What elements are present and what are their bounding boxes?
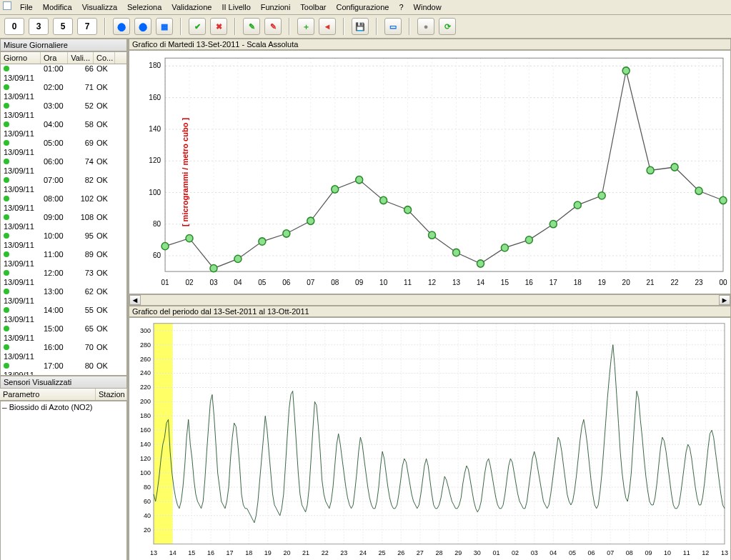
svg-point-68: [283, 230, 290, 237]
col-vali[interactable]: Vali...: [68, 52, 94, 64]
svg-point-80: [574, 201, 581, 209]
table-row[interactable]: 13/09/1104:0058OK: [1, 120, 126, 139]
svg-text:100: 100: [149, 188, 161, 196]
calendar-0-button[interactable]: 0: [4, 18, 24, 35]
col-ora[interactable]: Ora: [41, 52, 68, 64]
table-row[interactable]: 13/09/1117:0080OK: [1, 361, 126, 376]
svg-text:16: 16: [525, 279, 533, 286]
calendar-7-button[interactable]: 7: [77, 18, 97, 35]
col-parametro[interactable]: Parametro: [0, 389, 96, 400]
table-row[interactable]: 13/09/1113:0062OK: [1, 287, 126, 306]
menu-visualizza[interactable]: Visualizza: [78, 1, 121, 13]
calendar-3-button[interactable]: 3: [29, 18, 49, 35]
table-row[interactable]: 13/09/1112:0073OK: [1, 269, 126, 287]
svg-point-78: [525, 236, 532, 244]
calendar-5-button[interactable]: 5: [53, 18, 73, 35]
table-row[interactable]: 13/09/1108:00102OK: [1, 194, 126, 213]
scroll-left-icon[interactable]: ◄: [129, 295, 141, 305]
ok-button[interactable]: ✔: [189, 18, 206, 35]
svg-text:00: 00: [719, 279, 727, 286]
db-grid-button[interactable]: ▦: [156, 18, 173, 35]
svg-text:220: 220: [140, 384, 151, 391]
menu-validazione[interactable]: Validazione: [167, 1, 216, 13]
menu-toolbar[interactable]: Toolbar: [296, 1, 330, 13]
svg-text:01: 01: [492, 549, 499, 556]
sensor-header[interactable]: Parametro Stazion: [0, 389, 127, 401]
svg-text:01: 01: [161, 279, 169, 286]
svg-text:12: 12: [702, 549, 709, 556]
chart2-area[interactable]: 2040608010012014016018020022024026028030…: [129, 317, 731, 560]
svg-text:240: 240: [140, 370, 151, 377]
svg-text:08: 08: [331, 279, 339, 286]
pencil-red-button[interactable]: ✎: [264, 18, 282, 35]
plus-button[interactable]: ＋: [297, 18, 314, 35]
menu-window[interactable]: Window: [409, 1, 446, 13]
table-row[interactable]: 13/09/1114:0055OK: [1, 306, 126, 324]
db-blue2-button[interactable]: ⬤: [134, 18, 151, 35]
chart1-ylabel: [ microgrammi / metro cubo ]: [181, 118, 189, 226]
svg-point-69: [307, 217, 314, 224]
table-row[interactable]: 13/09/1106:0074OK: [1, 157, 126, 176]
svg-point-70: [332, 186, 339, 193]
table-row[interactable]: 13/09/1111:0089OK: [1, 250, 126, 269]
record-button[interactable]: ●: [417, 18, 434, 35]
svg-text:16: 16: [207, 549, 214, 556]
db-blue1-button[interactable]: ⬤: [113, 18, 130, 35]
svg-text:13: 13: [150, 549, 157, 556]
separator: [180, 18, 181, 35]
svg-text:02: 02: [185, 279, 193, 286]
svg-text:02: 02: [512, 549, 519, 556]
svg-point-86: [720, 196, 727, 204]
refresh-button[interactable]: ⟳: [439, 18, 456, 35]
menu-iilivello[interactable]: II Livello: [217, 1, 254, 13]
svg-text:18: 18: [574, 279, 582, 286]
svg-text:180: 180: [140, 412, 151, 419]
svg-text:12: 12: [428, 279, 436, 286]
col-giorno[interactable]: Giorno: [1, 52, 41, 64]
window-button[interactable]: ▭: [384, 18, 402, 35]
svg-text:280: 280: [140, 341, 151, 349]
svg-text:140: 140: [149, 125, 161, 133]
sensor-item[interactable]: — Biossido di Azoto (NO2): [2, 403, 125, 412]
back-button[interactable]: ◄: [319, 18, 336, 35]
svg-text:28: 28: [436, 549, 443, 556]
scroll-right-icon[interactable]: ►: [719, 295, 730, 305]
table-header[interactable]: Giorno Ora Vali... Co...: [1, 52, 126, 64]
table-row[interactable]: 13/09/1103:0052OK: [1, 101, 126, 120]
menu-modifica[interactable]: Modifica: [39, 1, 76, 13]
table-row[interactable]: 13/09/1109:00108OK: [1, 213, 126, 231]
table-row[interactable]: 13/09/1102:0071OK: [1, 83, 126, 101]
menu-config[interactable]: Configurazione: [332, 1, 393, 13]
menu-checkbox[interactable]: [3, 1, 11, 10]
menu-file[interactable]: File: [16, 1, 37, 13]
svg-text:07: 07: [307, 279, 314, 286]
col-co[interactable]: Co...: [94, 52, 115, 64]
menu-help[interactable]: ?: [394, 1, 407, 13]
svg-point-67: [259, 238, 266, 245]
sensor-list[interactable]: — Biossido di Azoto (NO2): [0, 401, 127, 560]
chart1-area[interactable]: [ microgrammi / metro cubo ] 60801001201…: [129, 50, 731, 294]
misure-table[interactable]: Giorno Ora Vali... Co... 13/09/1101:0066…: [0, 51, 127, 376]
svg-text:24: 24: [359, 549, 367, 556]
svg-text:10: 10: [664, 549, 671, 556]
menu-bar: File Modifica Visualizza Seleziona Valid…: [0, 0, 731, 15]
chart1-hscroll[interactable]: ◄ ►: [129, 294, 731, 306]
table-row[interactable]: 13/09/1115:0065OK: [1, 324, 126, 343]
save-button[interactable]: 💾: [352, 18, 369, 35]
menu-funzioni[interactable]: Funzioni: [257, 1, 295, 13]
table-row[interactable]: 13/09/1105:0069OK: [1, 139, 126, 157]
svg-text:22: 22: [322, 549, 329, 556]
cancel-button[interactable]: ✖: [210, 18, 227, 35]
svg-text:20: 20: [144, 526, 151, 534]
separator: [343, 18, 344, 35]
table-row[interactable]: 13/09/1101:0066OK: [1, 64, 126, 83]
svg-text:27: 27: [417, 549, 424, 556]
col-stazion[interactable]: Stazion: [96, 389, 127, 400]
svg-point-74: [429, 231, 436, 239]
table-row[interactable]: 13/09/1116:0070OK: [1, 343, 126, 361]
pencil-green-button[interactable]: ✎: [243, 18, 260, 35]
menu-seleziona[interactable]: Seleziona: [123, 1, 166, 13]
table-row[interactable]: 13/09/1110:0095OK: [1, 231, 126, 250]
table-row[interactable]: 13/09/1107:0082OK: [1, 176, 126, 194]
svg-text:40: 40: [144, 512, 151, 519]
